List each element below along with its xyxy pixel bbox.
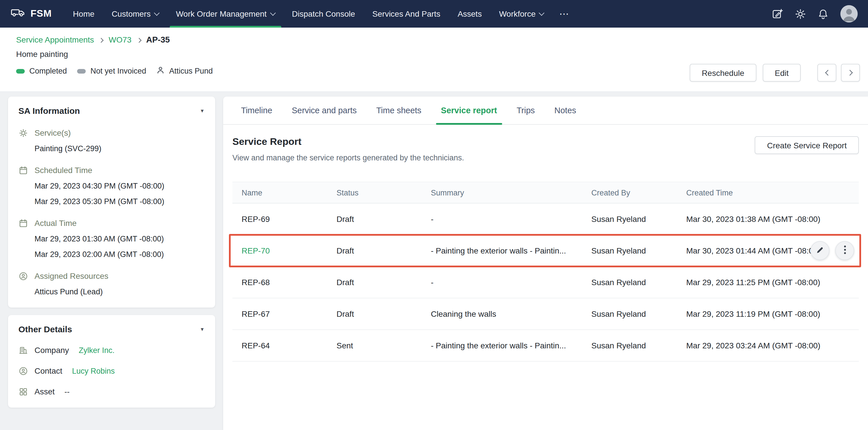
nav-item-assets[interactable]: Assets — [449, 0, 490, 28]
tab-notes[interactable]: Notes — [545, 97, 586, 124]
table-row-rep-68[interactable]: REP-68 Draft - Susan Ryeland Mar 29, 202… — [232, 267, 859, 298]
contact-row: Contact Lucy Robins — [19, 366, 206, 375]
scheduled-start: Mar 29, 2023 04:30 PM (GMT -08:00) — [34, 181, 206, 190]
company-label: Company — [34, 345, 69, 355]
report-created-by: Susan Ryeland — [591, 214, 686, 224]
section-label: Service(s) — [34, 128, 71, 137]
service-report-table: Name Status Summary Created By Created T… — [232, 181, 859, 362]
nav-item-label: Customers — [112, 9, 150, 19]
previous-record-button[interactable] — [817, 64, 836, 81]
report-summary: - — [431, 214, 591, 224]
nav-item-customers[interactable]: Customers — [103, 0, 167, 28]
edit-button[interactable]: Edit — [763, 64, 801, 81]
collapse-chevron-icon[interactable]: ▾ — [198, 325, 206, 333]
breadcrumb-service-appointments[interactable]: Service Appointments — [16, 35, 94, 44]
appointment-title: Home painting — [16, 49, 859, 59]
calendar-icon — [19, 219, 28, 227]
settings-gear-icon[interactable] — [795, 8, 806, 19]
nav-item-workforce[interactable]: Workforce — [490, 0, 552, 28]
nav-item-dispatch-console[interactable]: Dispatch Console — [283, 0, 364, 28]
company-link[interactable]: Zylker Inc. — [79, 346, 115, 355]
panel-description: View and manage the service reports gene… — [232, 154, 464, 162]
ellipsis-icon: ⋯ — [559, 8, 570, 20]
report-name-link[interactable]: REP-70 — [242, 246, 337, 255]
nav-item-label: Work Order Management — [176, 9, 267, 19]
section-label: Scheduled Time — [34, 166, 92, 175]
assigned-resource-value: Atticus Pund (Lead) — [34, 288, 206, 296]
breadcrumb-separator-icon — [99, 38, 104, 42]
next-record-button[interactable] — [841, 64, 860, 81]
report-summary: - Painting the exterior walls - Paintin.… — [431, 246, 591, 255]
compose-icon[interactable] — [772, 8, 783, 19]
tab-trips[interactable]: Trips — [507, 97, 545, 124]
table-row-rep-70[interactable]: REP-70 Draft - Painting the exterior wal… — [232, 235, 859, 267]
nav-item-work-order-management[interactable]: Work Order Management — [167, 0, 283, 28]
assigned-person-icon — [19, 272, 28, 280]
collapse-chevron-icon[interactable]: ▾ — [198, 106, 206, 115]
tab-service-and-parts[interactable]: Service and parts — [282, 97, 367, 124]
report-name: REP-68 — [242, 278, 337, 287]
report-created-by: Susan Ryeland — [591, 278, 686, 287]
create-service-report-button[interactable]: Create Service Report — [755, 136, 859, 154]
tab-timeline[interactable]: Timeline — [231, 97, 282, 124]
main-panel: Timeline Service and parts Time sheets S… — [223, 97, 868, 430]
table-row-rep-69[interactable]: REP-69 Draft - Susan Ryeland Mar 30, 202… — [232, 203, 859, 235]
chevron-down-icon — [270, 10, 276, 15]
contact-link[interactable]: Lucy Robins — [72, 366, 115, 375]
column-header-created-by: Created By — [591, 188, 686, 197]
tab-label: Service report — [441, 106, 497, 115]
other-details-card: Other Details ▾ Company Zylker Inc. — [8, 315, 215, 407]
bell-icon[interactable] — [818, 8, 828, 19]
nav-item-services-and-parts[interactable]: Services And Parts — [364, 0, 449, 28]
service-report-panel: Service Report View and manage the servi… — [223, 125, 868, 362]
report-created-by: Susan Ryeland — [591, 309, 686, 319]
table-row-rep-64[interactable]: REP-64 Sent - Painting the exterior wall… — [232, 330, 859, 362]
row-more-button[interactable] — [835, 241, 854, 260]
breadcrumb: Service Appointments WO73 AP-35 — [16, 35, 859, 44]
tab-time-sheets[interactable]: Time sheets — [366, 97, 431, 124]
company-row: Company Zylker Inc. — [19, 345, 206, 355]
report-status: Draft — [337, 214, 431, 224]
services-gear-icon — [19, 129, 28, 137]
nav-item-home[interactable]: Home — [64, 0, 103, 28]
chevron-down-icon — [539, 10, 545, 15]
row-hover-actions — [810, 241, 854, 260]
report-created-time: Mar 30, 2023 01:38 AM (GMT -08:00) — [686, 214, 859, 224]
service-value: Painting (SVC-299) — [34, 144, 206, 153]
edit-report-button[interactable] — [810, 241, 830, 260]
calendar-icon — [19, 166, 28, 174]
sa-information-card: SA Information ▾ Service(s) — [8, 97, 215, 307]
report-name: REP-67 — [242, 309, 337, 319]
app-logo[interactable]: FSM — [10, 7, 52, 20]
report-created-time: Mar 29, 2023 03:24 AM (GMT -08:00) — [686, 341, 859, 350]
status-invoice: Not yet Invoiced — [78, 67, 146, 75]
breadcrumb-separator-icon — [136, 38, 141, 42]
navbar-right-icons — [772, 5, 861, 23]
reschedule-button[interactable]: Reschedule — [690, 64, 756, 81]
report-summary: Cleaning the walls — [431, 309, 591, 319]
section-scheduled-time: Scheduled Time Mar 29, 2023 04:30 PM (GM… — [19, 166, 206, 206]
report-created-by: Susan Ryeland — [591, 246, 686, 255]
fsm-app-page: FSM Home Customers Work Order Management… — [0, 0, 868, 430]
nav-more-button[interactable]: ⋯ — [552, 0, 577, 28]
table-row-rep-67[interactable]: REP-67 Draft Cleaning the walls Susan Ry… — [232, 298, 859, 330]
report-status: Draft — [337, 278, 431, 287]
status-completed: Completed — [16, 67, 67, 75]
sa-information-title: SA Information — [19, 106, 80, 115]
breadcrumb-wo73[interactable]: WO73 — [109, 35, 131, 44]
scheduled-end: Mar 29, 2023 05:30 PM (GMT -08:00) — [34, 197, 206, 206]
tab-service-report[interactable]: Service report — [431, 97, 507, 124]
status-dot-gray — [78, 69, 86, 73]
report-created-time: Mar 29, 2023 11:19 PM (GMT -08:00) — [686, 309, 859, 319]
report-summary: - — [431, 278, 591, 287]
tab-label: Time sheets — [376, 106, 421, 115]
actual-start: Mar 29, 2023 01:30 AM (GMT -08:00) — [34, 235, 206, 243]
column-header-status: Status — [337, 188, 431, 197]
section-actual-time: Actual Time Mar 29, 2023 01:30 AM (GMT -… — [19, 219, 206, 259]
report-status: Draft — [337, 309, 431, 319]
main-navigation: Home Customers Work Order Management Dis… — [64, 0, 577, 28]
user-avatar[interactable] — [840, 5, 858, 23]
panel-title: Service Report — [232, 136, 464, 148]
section-label: Assigned Resources — [34, 271, 108, 280]
chevron-right-icon — [847, 70, 852, 75]
